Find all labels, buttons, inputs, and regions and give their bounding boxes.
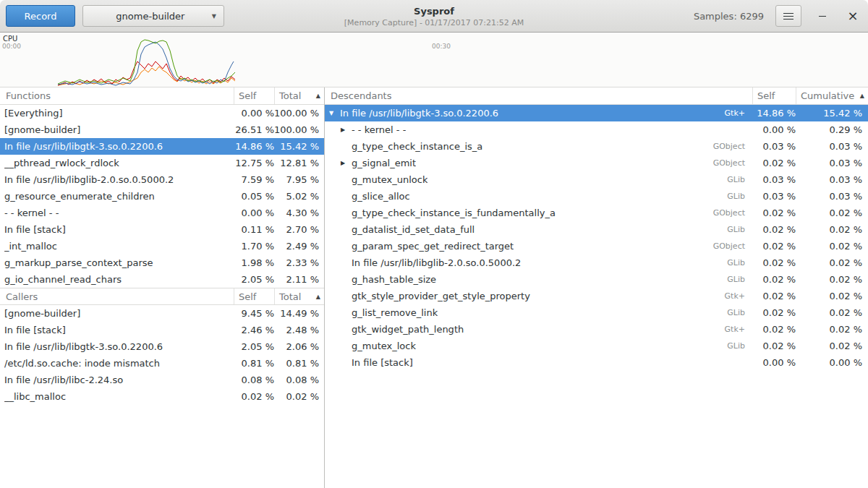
sort-indicator-icon: ▲ xyxy=(316,294,324,300)
function-name: [gnome-builder] xyxy=(4,308,234,319)
descendants-column-header[interactable]: Descendants xyxy=(325,87,752,104)
callers-total-column-header[interactable]: Total ▲ xyxy=(274,288,324,304)
library-badge: GObject xyxy=(713,208,752,218)
functions-column-header[interactable]: Functions xyxy=(0,87,234,104)
cumulative-percent: 0.02 % xyxy=(796,224,868,235)
record-button-label: Record xyxy=(25,11,57,22)
self-percent: 0.02 % xyxy=(752,324,796,335)
library-badge: GLib xyxy=(727,308,752,317)
library-badge: GLib xyxy=(727,275,752,284)
record-button[interactable]: Record xyxy=(6,5,75,27)
table-row[interactable]: [gnome-builder] 26.51 % 100.00 % xyxy=(0,121,324,138)
self-percent: 1.70 % xyxy=(234,241,274,252)
total-percent: 2.49 % xyxy=(274,241,324,252)
function-name: g_param_spec_get_redirect_target xyxy=(352,241,514,252)
callers-self-column-header[interactable]: Self xyxy=(234,288,274,304)
callers-header-row: Callers Self Total ▲ xyxy=(0,288,324,305)
process-selector-dropdown[interactable]: gnome-builder ▼ xyxy=(82,5,224,27)
cumulative-percent: 0.02 % xyxy=(796,341,868,351)
cumulative-percent: 0.02 % xyxy=(796,324,868,335)
total-percent: 2.48 % xyxy=(274,325,324,335)
library-badge: Gtk+ xyxy=(725,291,752,301)
tree-row[interactable]: gtk_widget_path_length Gtk+ 0.02 % 0.02 … xyxy=(325,321,868,338)
table-row[interactable]: __pthread_rwlock_rdlock 12.75 % 12.81 % xyxy=(0,155,324,171)
minimize-icon xyxy=(819,16,826,17)
function-name: g_mutex_lock xyxy=(352,341,416,351)
tree-row[interactable]: g_hash_table_size GLib 0.02 % 0.02 % xyxy=(325,271,868,288)
time-tick-start: 00:00 xyxy=(2,43,21,50)
cpu-line-green xyxy=(58,40,235,84)
tree-row[interactable]: g_param_spec_get_redirect_target GObject… xyxy=(325,238,868,254)
tree-row[interactable]: g_type_check_instance_is_fundamentally_a… xyxy=(325,205,868,221)
library-badge: GLib xyxy=(727,258,752,267)
function-name: [Everything] xyxy=(4,108,234,119)
total-percent: 2.33 % xyxy=(274,257,324,268)
table-row[interactable]: g_resource_enumerate_children 0.05 % 5.0… xyxy=(0,188,324,205)
minimize-button[interactable] xyxy=(813,7,832,25)
hamburger-icon xyxy=(783,13,793,14)
close-button[interactable]: × xyxy=(843,7,862,25)
tree-row[interactable]: g_datalist_id_set_data_full GLib 0.02 % … xyxy=(325,221,868,238)
table-row[interactable]: [Everything] 0.00 % 100.00 % xyxy=(0,105,324,121)
tree-row[interactable]: ▶ g_signal_emit GObject 0.02 % 0.03 % xyxy=(325,155,868,171)
table-row[interactable]: In file /usr/lib/libglib-2.0.so.0.5000.2… xyxy=(0,171,324,188)
tree-row[interactable]: g_mutex_lock GLib 0.02 % 0.02 % xyxy=(325,338,868,354)
tree-row[interactable]: In file [stack] 0.00 % 0.00 % xyxy=(325,354,868,371)
tree-row[interactable]: g_type_check_instance_is_a GObject 0.03 … xyxy=(325,138,868,155)
descendants-table: ▼ In file /usr/lib/libgtk-3.so.0.2200.6 … xyxy=(325,105,868,371)
library-badge: GLib xyxy=(727,341,752,351)
descendants-cumulative-column-header[interactable]: Cumulative ▲ xyxy=(796,87,868,104)
tree-row[interactable]: g_list_remove_link GLib 0.02 % 0.02 % xyxy=(325,304,868,321)
function-name: g_slice_alloc xyxy=(352,191,410,202)
function-name: In file /usr/lib/libgtk-3.so.0.2200.6 xyxy=(340,108,498,119)
header-bar: Record gnome-builder ▼ Sysprof [Memory C… xyxy=(0,0,868,33)
function-name: In file /usr/lib/libglib-2.0.so.0.5000.2 xyxy=(352,257,521,268)
right-pane: Descendants Self Cumulative ▲ ▼ In file … xyxy=(325,87,868,488)
cpu-line-blue xyxy=(58,42,234,85)
menu-button[interactable] xyxy=(775,5,801,27)
table-row[interactable]: In file /usr/lib/libgtk-3.so.0.2200.6 2.… xyxy=(0,338,324,355)
total-percent: 2.06 % xyxy=(274,341,324,352)
function-name: [gnome-builder] xyxy=(4,124,234,135)
functions-self-column-header[interactable]: Self xyxy=(234,87,274,104)
table-row[interactable]: __libc_malloc 0.02 % 0.02 % xyxy=(0,388,324,405)
table-row[interactable]: In file [stack] 2.46 % 2.48 % xyxy=(0,322,324,338)
cumulative-percent: 0.02 % xyxy=(796,291,868,301)
table-row[interactable]: g_io_channel_read_chars 2.05 % 2.11 % xyxy=(0,271,324,288)
table-row[interactable]: In file /usr/lib/libgtk-3.so.0.2200.6 14… xyxy=(0,138,324,155)
library-badge: GObject xyxy=(713,158,752,168)
tree-row[interactable]: g_mutex_unlock GLib 0.03 % 0.03 % xyxy=(325,171,868,188)
process-selector-label: gnome-builder xyxy=(93,11,208,22)
function-name: __pthread_rwlock_rdlock xyxy=(4,158,234,168)
table-row[interactable]: _int_malloc 1.70 % 2.49 % xyxy=(0,238,324,254)
self-percent: 0.02 % xyxy=(752,158,796,168)
self-percent: 14.86 % xyxy=(752,108,796,119)
tree-row[interactable]: In file /usr/lib/libglib-2.0.so.0.5000.2… xyxy=(325,254,868,271)
sort-indicator-icon: ▲ xyxy=(316,93,324,99)
function-name: g_datalist_id_set_data_full xyxy=(352,224,475,235)
table-row[interactable]: /etc/ld.so.cache: inode mismatch 0.81 % … xyxy=(0,355,324,372)
expander-icon[interactable]: ▶ xyxy=(341,160,352,166)
total-percent: 2.11 % xyxy=(274,274,324,285)
cpu-usage-graph[interactable]: CPU 00:00 00:30 xyxy=(0,33,868,87)
table-row[interactable]: In file [stack] 0.11 % 2.70 % xyxy=(0,221,324,238)
table-row[interactable]: In file /usr/lib/libc-2.24.so 0.08 % 0.0… xyxy=(0,372,324,388)
descendants-self-column-header[interactable]: Self xyxy=(752,87,796,104)
table-row[interactable]: - - kernel - - 0.00 % 4.30 % xyxy=(0,205,324,221)
function-name: g_io_channel_read_chars xyxy=(4,274,234,285)
table-row[interactable]: g_markup_parse_context_parse 1.98 % 2.33… xyxy=(0,254,324,271)
tree-row[interactable]: ▼ In file /usr/lib/libgtk-3.so.0.2200.6 … xyxy=(325,105,868,121)
expander-icon[interactable]: ▼ xyxy=(329,110,340,116)
library-badge: GLib xyxy=(727,225,752,234)
function-name: g_hash_table_size xyxy=(352,274,436,285)
self-percent: 26.51 % xyxy=(234,124,274,135)
tree-row[interactable]: gtk_style_provider_get_style_property Gt… xyxy=(325,288,868,304)
table-row[interactable]: [gnome-builder] 9.45 % 14.49 % xyxy=(0,305,324,322)
functions-total-column-header[interactable]: Total ▲ xyxy=(274,87,324,104)
callers-column-header[interactable]: Callers xyxy=(0,288,234,304)
function-name: __libc_malloc xyxy=(4,391,234,402)
tree-row[interactable]: ▶ - - kernel - - 0.00 % 0.29 % xyxy=(325,121,868,138)
functions-table: [Everything] 0.00 % 100.00 % [gnome-buil… xyxy=(0,105,324,288)
expander-icon[interactable]: ▶ xyxy=(341,127,352,133)
tree-row[interactable]: g_slice_alloc GLib 0.03 % 0.03 % xyxy=(325,188,868,205)
